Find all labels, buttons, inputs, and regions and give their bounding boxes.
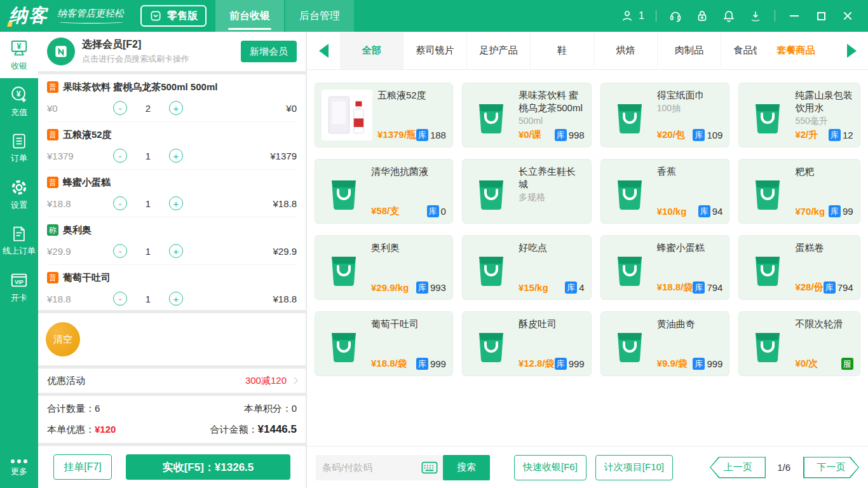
tab-front-cashier[interactable]: 前台收银 — [215, 0, 284, 32]
recharge-icon: ¥ — [10, 85, 29, 104]
product-card[interactable]: 五粮液52度 ¥1379/瓶库188 — [315, 83, 453, 147]
plus-button[interactable]: + — [169, 244, 183, 258]
cart-item: 普五粮液52度 ¥1379 -1+ ¥1379 — [38, 122, 306, 170]
stock-count: 794 — [707, 282, 722, 293]
user-count: 1 — [639, 10, 644, 22]
stock-badge: 库 — [829, 205, 841, 217]
scroll-right-button[interactable] — [835, 32, 868, 69]
category-tab[interactable]: 足护产品 — [467, 32, 531, 69]
minus-button[interactable]: - — [113, 149, 127, 163]
discount-value: ¥120 — [95, 424, 116, 435]
plus-button[interactable]: + — [169, 101, 183, 115]
svg-text:¥: ¥ — [17, 89, 21, 98]
minus-button[interactable]: - — [113, 196, 127, 210]
hold-order-button[interactable]: 挂单[F7] — [53, 454, 112, 480]
member-select-subtitle: 点击进行会员搜索或刷卡操作 — [82, 53, 189, 65]
clear-section: 清空 — [38, 313, 306, 365]
total-qty-value: 6 — [95, 403, 100, 414]
stock-count: 0 — [441, 206, 446, 217]
minus-button[interactable]: - — [113, 292, 127, 306]
category-tab[interactable]: 鞋 — [531, 32, 594, 69]
product-card[interactable]: 清华池抗菌液 ¥58/支库0 — [315, 159, 453, 224]
count-item-button[interactable]: 计次项目[F10] — [595, 455, 673, 480]
stock-count: 94 — [712, 206, 723, 217]
next-page-button[interactable]: 下一页 — [803, 457, 859, 478]
bag-icon — [607, 171, 652, 212]
minus-button[interactable]: - — [113, 101, 127, 115]
promo-row[interactable]: 优惠活动 300减120 — [38, 369, 306, 393]
category-tab-all[interactable]: 全部 — [340, 32, 403, 69]
top-bar: 纳客 纳客管店更轻松 零售版 前台收银 后台管理 1 — [0, 0, 868, 32]
product-name: 清华池抗菌液 — [371, 165, 446, 178]
bell-icon[interactable] — [721, 8, 736, 24]
product-card[interactable]: 纯露山泉包装饮用水550毫升 ¥2/升库12 — [738, 83, 860, 147]
product-price: ¥18.8/袋 — [371, 358, 416, 370]
gear-icon — [10, 178, 29, 197]
product-card[interactable]: 黄油曲奇 ¥9.9/袋库999 — [600, 311, 730, 376]
edition-badge[interactable]: 零售版 — [140, 5, 207, 27]
category-tab[interactable]: 烘焙 — [594, 32, 658, 69]
minus-button[interactable]: - — [113, 244, 127, 258]
plus-button[interactable]: + — [169, 196, 183, 210]
product-price: ¥28/份 — [795, 281, 823, 294]
sidebar-item-settings[interactable]: 设置 — [0, 171, 38, 217]
plus-button[interactable]: + — [169, 149, 183, 163]
product-card[interactable]: 蛋糕卷 ¥28/份库794 — [738, 235, 860, 300]
maximize-button[interactable] — [813, 8, 829, 24]
sidebar-item-vip-card[interactable]: VIP 开卡 — [0, 264, 38, 310]
product-price: ¥70/kg — [795, 206, 829, 217]
sidebar-item-more[interactable]: 更多 — [0, 449, 38, 488]
product-card[interactable]: 酥皮吐司 ¥12.8/袋库999 — [462, 311, 592, 376]
product-card[interactable]: 得宝纸面巾100抽 ¥20/包库109 — [600, 83, 730, 147]
stock-badge: 库 — [416, 358, 428, 370]
stock-count: 4 — [579, 282, 584, 293]
member-select-area[interactable]: 选择会员[F2] 点击进行会员搜索或刷卡操作 新增会员 — [38, 32, 306, 71]
product-card[interactable]: 不限次轮滑 ¥0/次服 — [738, 311, 860, 376]
sidebar-item-recharge[interactable]: ¥ 充值 — [0, 78, 38, 125]
item-type-badge: 普 — [47, 177, 58, 188]
user-icon[interactable] — [620, 8, 635, 24]
add-member-button[interactable]: 新增会员 — [241, 41, 297, 62]
product-card[interactable]: 蜂蜜小蛋糕 ¥18.8/袋库794 — [600, 235, 730, 300]
download-icon[interactable] — [748, 8, 763, 24]
pay-button[interactable]: 实收[F5]：¥1326.5 — [126, 454, 290, 480]
headset-icon[interactable] — [668, 8, 683, 24]
tab-back-manage[interactable]: 后台管理 — [285, 0, 354, 32]
product-card[interactable]: 香蕉 ¥10/kg库94 — [600, 159, 730, 224]
minimize-button[interactable] — [787, 8, 802, 24]
stock-count: 12 — [843, 130, 853, 140]
sidebar-item-orders[interactable]: 订单 — [0, 125, 38, 171]
clear-cart-button[interactable]: 清空 — [46, 322, 80, 356]
scroll-left-button[interactable] — [307, 32, 340, 69]
cart-item-total: ¥1379 — [270, 151, 297, 161]
sidebar-item-cashier[interactable]: ¥ 收银 — [0, 32, 38, 78]
prev-page-button[interactable]: 上一页 — [710, 457, 766, 478]
quick-cashier-button[interactable]: 快速收银[F6] — [514, 455, 587, 480]
plus-button[interactable]: + — [169, 292, 183, 306]
category-tab-package[interactable]: 套餐商品 — [757, 32, 835, 69]
product-card[interactable]: 长立养生鞋长城多规格 — [462, 159, 592, 224]
sidebar-item-online-orders[interactable]: 线上订单 — [0, 217, 38, 264]
stock-badge: 库 — [555, 129, 567, 141]
keyboard-icon[interactable] — [421, 461, 438, 475]
item-type-badge: 普 — [47, 129, 58, 140]
category-tab[interactable]: 蔡司镜片 — [403, 32, 467, 69]
item-type-badge: 称 — [47, 224, 58, 236]
product-card[interactable]: 奥利奥 ¥29.9/kg库993 — [315, 235, 453, 300]
product-price: ¥12.8/袋 — [519, 358, 555, 370]
product-name: 果味茶饮料 蜜桃乌龙茶500ml — [519, 89, 585, 114]
product-card[interactable]: 葡萄干吐司 ¥18.8/袋库999 — [315, 311, 453, 376]
lock-icon[interactable] — [695, 8, 710, 24]
product-card[interactable]: 果味茶饮料 蜜桃乌龙茶500ml500ml ¥0/课库998 — [462, 83, 592, 147]
service-badge: 服 — [841, 358, 853, 370]
discount-label: 本单优惠： — [47, 424, 95, 435]
cart-list: 普果味茶饮料 蜜桃乌龙茶500ml 500ml ¥0 -2+ ¥0 普五粮液52… — [38, 74, 306, 310]
search-button[interactable]: 搜索 — [443, 455, 490, 480]
category-tab[interactable]: 食品饮料 — [721, 32, 757, 69]
close-button[interactable] — [840, 8, 855, 24]
product-card[interactable]: 粑粑 ¥70/kg库99 — [738, 159, 860, 224]
category-tab[interactable]: 肉制品 — [658, 32, 721, 69]
product-card[interactable]: 好吃点 ¥15/kg库4 — [462, 235, 592, 300]
bag-icon — [745, 171, 790, 212]
cart-item: 普葡萄干吐司 ¥18.8 -1+ ¥18.8 — [38, 265, 306, 310]
